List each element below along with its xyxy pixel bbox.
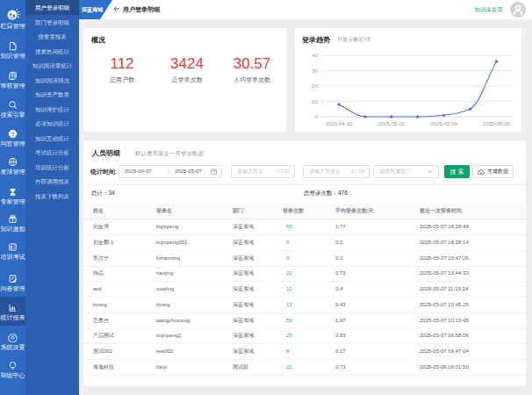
svg-text:2025-04-30: 2025-04-30 — [326, 121, 353, 126]
svg-text:2025-05-04: 2025-05-04 — [430, 121, 457, 126]
svg-text:30: 30 — [312, 68, 318, 74]
svg-text:10: 10 — [312, 99, 318, 104]
svg-text:?: ? — [11, 132, 15, 137]
svg-text:2025-05-02: 2025-05-02 — [377, 121, 405, 126]
svg-text:40: 40 — [312, 53, 318, 58]
svg-text:0: 0 — [315, 114, 319, 119]
svg-text:2025-05-06: 2025-05-06 — [483, 121, 510, 126]
svg-text:20: 20 — [312, 83, 318, 89]
